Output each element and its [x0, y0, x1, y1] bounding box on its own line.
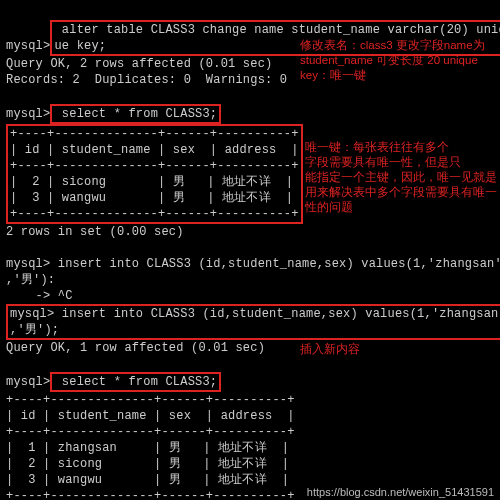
line: 2 rows in set (0.00 sec) — [6, 225, 184, 239]
mysql-prompt: mysql> — [6, 107, 50, 121]
highlight-insert: mysql> insert into CLASS3 (id,student_na… — [6, 304, 500, 340]
line: ,'男'): — [6, 273, 55, 287]
line: | id | student_name | sex | address | — [10, 143, 299, 157]
annotation-alter-explain: 修改表名：class3 更改字段name为 student_name 可变长度 … — [300, 38, 485, 83]
highlight-result-1: +----+--------------+------+----------+ … — [6, 124, 303, 224]
line: mysql> select * from CLASS3; — [6, 375, 221, 389]
line: Records: 2 Duplicates: 0 Warnings: 0 — [6, 73, 287, 87]
line: | 2 | sicong | 男 | 地址不详 | — [10, 175, 293, 189]
line: +----+--------------+------+----------+ — [6, 489, 295, 500]
annotation-insert-new: 插入新内容 — [300, 342, 360, 357]
line: +----+--------------+------+----------+ — [10, 127, 299, 141]
line: | 3 | wangwu | 男 | 地址不详 | — [6, 473, 289, 487]
line: mysql> insert into CLASS3 (id,student_na… — [10, 307, 500, 321]
mysql-prompt: mysql> — [10, 307, 54, 321]
line: | id | student_name | sex | address | — [6, 409, 295, 423]
line: Query OK, 2 rows affected (0.01 sec) — [6, 57, 272, 71]
highlight-select-2: select * from CLASS3; — [50, 372, 221, 392]
line: ,'男'); — [10, 323, 59, 337]
line: -> ^C — [6, 289, 73, 303]
line: mysql> insert into CLASS3 (id,student_na… — [6, 257, 500, 271]
annotation-unique-key: 唯一键：每张表往往有多个 字段需要具有唯一性，但是只 能指定一个主键，因此，唯一… — [305, 140, 497, 215]
highlight-select-1: select * from CLASS3; — [50, 104, 221, 124]
line: | 3 | wangwu | 男 | 地址不详 | — [10, 191, 293, 205]
line: +----+--------------+------+----------+ — [6, 425, 295, 439]
line: mysql> select * from CLASS3; — [6, 107, 221, 121]
line: +----+--------------+------+----------+ — [10, 159, 299, 173]
line: +----+--------------+------+----------+ — [6, 393, 295, 407]
line: +----+--------------+------+----------+ — [10, 207, 299, 221]
line: Query OK, 1 row affected (0.01 sec) — [6, 341, 265, 355]
mysql-prompt: mysql> — [6, 375, 50, 389]
line: | 1 | zhangsan | 男 | 地址不详 | — [6, 441, 289, 455]
watermark: https://blog.csdn.net/weixin_51431591 — [307, 486, 494, 498]
mysql-prompt: mysql> — [6, 39, 50, 53]
line: | 2 | sicong | 男 | 地址不详 | — [6, 457, 289, 471]
